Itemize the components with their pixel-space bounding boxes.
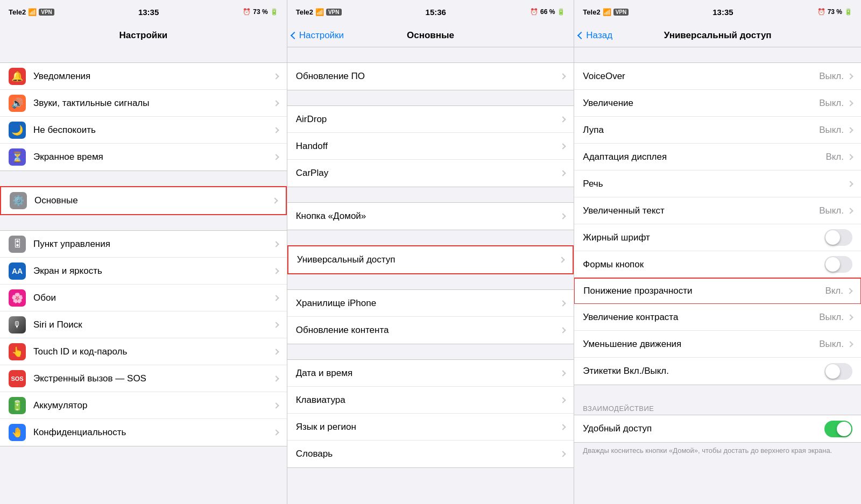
section-more-settings: 🎛 Пункт управления AA Экран и яркость 🌸 … [0,230,287,446]
chevron-carplay [559,171,565,175]
back-button-3[interactable]: Назад [578,30,612,41]
chevron-display [272,269,278,273]
vpn-badge-3: VPN [613,9,629,16]
back-button-2[interactable]: Настройки [292,30,344,41]
vpn-badge-1: VPN [39,9,54,16]
battery-icon-1: 🔋 [270,8,278,16]
row-accessibility[interactable]: Универсальный доступ [288,246,573,273]
row-language[interactable]: Язык и регион [287,414,574,441]
row-reducetrans[interactable]: Понижение прозрачности Вкл. [574,278,861,304]
panel-accessibility: Tele2 📶 VPN 13:35 ⏰ 73 % 🔋 Назад Универс… [574,0,861,504]
time-2: 15:36 [426,8,446,17]
row-boldfont[interactable]: Жирный шрифт [574,224,861,251]
row-speech[interactable]: Речь [574,171,861,197]
label-keyboard: Клавиатура [296,395,559,406]
right-increasecontrast: Выкл. [819,312,852,323]
nav-bar-3: Назад Универсальный доступ [574,24,861,47]
value-zoom: Выкл. [819,98,844,109]
chevron-notifications [272,74,278,79]
row-battery[interactable]: 🔋 Аккумулятор [0,392,287,419]
carrier-3: Tele2 [583,8,600,16]
row-handoff[interactable]: Handoff [287,133,574,160]
row-reducemotion[interactable]: Уменьшение движения Выкл. [574,331,861,358]
toggle-onofflabels[interactable] [824,363,852,380]
row-sos[interactable]: SOS Экстренный вызов — SOS [0,365,287,392]
chevron-donotdisturb [272,128,278,132]
chevron-keyboard [559,398,565,402]
value-increasecontrast: Выкл. [819,312,844,323]
row-wallpaper[interactable]: 🌸 Обои [0,285,287,311]
battery-1: 73 % [253,8,267,16]
status-right-1: ⏰ 73 % 🔋 [243,8,278,16]
accessibility-list[interactable]: VoiceOver Выкл. Увеличение Выкл. Лупа Вы… [574,47,861,504]
chevron-screentime [272,155,278,159]
label-donotdisturb: Не беспокоить [33,125,272,136]
carrier-1: Tele2 [9,8,26,16]
row-reachability[interactable]: Удобный доступ [574,415,861,442]
row-notifications[interactable]: 🔔 Уведомления [0,63,287,90]
row-datetime[interactable]: Дата и время [287,360,574,387]
value-reducetrans: Вкл. [825,286,843,296]
label-increasecontrast: Увеличение контраста [583,312,819,323]
back-label-3: Назад [586,30,612,41]
row-largetext[interactable]: Увеличенный текст Выкл. [574,197,861,224]
row-dictionary[interactable]: Словарь [287,441,574,467]
row-siri[interactable]: 🎙 Siri и Поиск [0,311,287,338]
row-privacy[interactable]: 🤚 Конфиденциальность [0,419,287,446]
row-onofflabels[interactable]: Этикетки Вкл./Выкл. [574,358,861,385]
row-increasecontrast[interactable]: Увеличение контраста Выкл. [574,304,861,331]
chevron-speech [847,181,853,187]
alarm-icon-2: ⏰ [530,8,538,16]
nav-bar-1: Настройки [0,24,287,47]
label-datetime: Дата и время [296,368,559,379]
row-controlcenter[interactable]: 🎛 Пункт управления [0,231,287,258]
row-donotdisturb[interactable]: 🌙 Не беспокоить [0,117,287,144]
row-carplay[interactable]: CarPlay [287,160,574,187]
settings-list-1[interactable]: 🔔 Уведомления 🔊 Звуки, тактильные сигнал… [0,47,287,504]
row-general[interactable]: ⚙️ Основные [1,187,286,214]
row-storage[interactable]: Хранилище iPhone [287,290,574,317]
hourglass-icon: ⏳ [9,148,26,166]
chevron-privacy [272,430,278,435]
label-sos: Экстренный вызов — SOS [33,373,272,384]
right-displayadapt: Вкл. [825,152,852,162]
toggle-buttonshapes[interactable] [824,256,852,273]
row-update[interactable]: Обновление ПО [287,63,574,90]
label-battery: Аккумулятор [33,400,272,411]
row-voiceover[interactable]: VoiceOver Выкл. [574,63,861,90]
row-screentime[interactable]: ⏳ Экранное время [0,144,287,171]
toggle-boldfont[interactable] [824,229,852,246]
label-update: Обновление ПО [296,71,559,82]
section-interaction: Удобный доступ [574,415,861,443]
row-display[interactable]: AA Экран и яркость [0,258,287,285]
label-voiceover: VoiceOver [583,71,819,82]
sos-icon: SOS [9,370,26,387]
chevron-touchid [272,350,278,354]
vpn-badge-2: VPN [326,9,342,16]
row-keyboard[interactable]: Клавиатура [287,387,574,414]
chevron-sos [272,377,278,381]
chevron-magnifier [847,127,853,133]
chevron-battery [272,403,278,408]
row-buttonshapes[interactable]: Формы кнопок [574,251,861,278]
row-homebutton[interactable]: Кнопка «Домой» [287,203,574,230]
general-list[interactable]: Обновление ПО AirDrop Handoff CarPlay Кн… [287,47,574,504]
nav-bar-2: Настройки Основные [287,24,574,47]
section-update: Обновление ПО [287,62,574,90]
battery-icon-2: 🔋 [557,8,565,16]
status-right-3: ⏰ 73 % 🔋 [817,8,852,16]
section-accessibility-highlighted: Универсальный доступ [287,245,574,274]
toggle-reachability[interactable] [824,421,852,437]
label-dictionary: Словарь [296,449,559,459]
row-sounds[interactable]: 🔊 Звуки, тактильные сигналы [0,90,287,117]
row-magnifier[interactable]: Лупа Выкл. [574,117,861,144]
time-3: 13:35 [712,8,733,17]
value-reducemotion: Выкл. [819,339,844,350]
row-displayadapt[interactable]: Адаптация дисплея Вкл. [574,144,861,171]
row-zoom[interactable]: Увеличение Выкл. [574,90,861,117]
chevron-dictionary [559,452,565,456]
row-airdrop[interactable]: AirDrop [287,106,574,133]
row-touchid[interactable]: 👆 Touch ID и код-пароль [0,338,287,365]
section-header-interaction: ВЗАИМОДЕЙСТВИЕ [574,400,861,415]
row-bgupdate[interactable]: Обновление контента [287,317,574,344]
